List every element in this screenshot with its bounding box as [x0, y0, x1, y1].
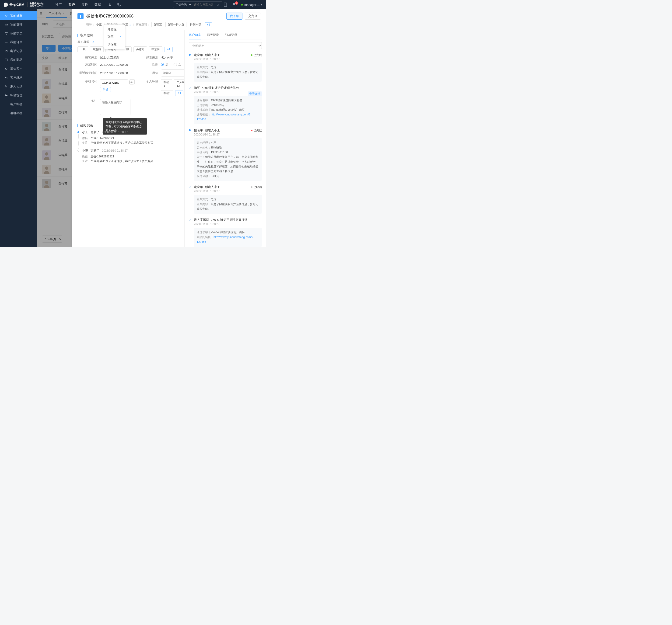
personal-tag-more[interactable]: +4 — [175, 90, 184, 96]
sidebar-item-groups[interactable]: ▭我的群聊 — [0, 20, 37, 29]
gender-label: 性别 — [138, 62, 158, 67]
group-chip[interactable]: 群聊一群大群 — [165, 22, 187, 27]
customer-tag[interactable]: 高意向 — [134, 46, 147, 52]
sidebar-item-friends[interactable]: ☺我的好友 — [0, 11, 37, 20]
section-info-title: 客户信息 — [80, 33, 93, 38]
add-time-value: 2021/09/10 12:00:00 — [100, 63, 128, 67]
customer-avatar-icon: ▮ — [77, 13, 83, 19]
topnav-data[interactable]: 数据 — [95, 3, 101, 7]
edit-tags-icon[interactable] — [92, 40, 95, 44]
sidebar-item-lost[interactable]: ↻流失客户 — [0, 65, 37, 73]
wechat-input[interactable] — [161, 70, 184, 76]
status-badge: 已完成 — [251, 53, 262, 57]
sidebar-item-students[interactable]: ▽我的学员 — [0, 29, 37, 38]
products-icon: ☐ — [5, 58, 8, 62]
last-chat-label: 最近聊天时间 — [77, 71, 97, 75]
sidebar-sub-group-tags[interactable]: 群聊标签 — [0, 109, 37, 118]
group-chip[interactable]: 群聊六群 — [188, 22, 203, 27]
mgr-dropdown-toggle[interactable]: ▴ — [129, 23, 131, 26]
topbar: 云朵CRM 教育机构一站式服务云平台 推广 客户 质检 数据 手机号码 ⌕ 5 … — [0, 0, 266, 9]
wechat-label: 微信 — [138, 71, 158, 75]
groups-icon: ▭ — [5, 23, 8, 26]
search-type-select[interactable]: 手机号码 — [173, 1, 192, 8]
logo-subtitle: 教育机构一站式服务云平台 — [27, 2, 44, 7]
personal-tag[interactable]: 标签1 — [161, 90, 173, 96]
phone-label: 手机号码 — [77, 79, 97, 83]
sidebar-item-tags[interactable]: ✁标签管理˄ — [0, 91, 37, 100]
customer-tags-label: 客户标签 — [77, 40, 90, 44]
search-icon[interactable]: ⌕ — [217, 3, 219, 6]
logo: 云朵CRM 教育机构一站式服务云平台 — [4, 2, 44, 7]
remark-textarea[interactable] — [100, 99, 130, 115]
check-icon: ✓ — [119, 35, 122, 39]
top-nav: 推广 客户 质检 数据 — [55, 3, 101, 7]
cloud-icon — [4, 3, 8, 7]
sidebar-item-inherit[interactable]: ⇆客户继承 — [0, 73, 37, 82]
meta-nick-label: 昵称： — [86, 23, 95, 27]
tab-order-log[interactable]: 订单记录 — [225, 33, 237, 39]
notification-badge: 5 — [235, 1, 238, 5]
source-value: 线上-北京昱新 — [100, 55, 119, 60]
sidebar-item-calls[interactable]: ✆电话记录 — [0, 47, 37, 55]
tab-chat-log[interactable]: 聊天记录 — [207, 33, 219, 39]
meta-nick: 小王 — [96, 23, 102, 27]
gender-male-radio[interactable]: 男 — [161, 62, 168, 67]
timeline-item: 查看详情购买4399理财课进阶课程大礼包2021/01/30 01:38:27课… — [189, 86, 262, 124]
customer-detail-panel: ▮ 微信名称6789990000966 代下单 交定金 昵称： 小王 | 客户经… — [72, 9, 266, 247]
scan-icon[interactable]: ▦ — [129, 81, 133, 84]
bell-icon[interactable]: 5 — [232, 3, 236, 6]
panel-title: 微信名称6789990000966 — [86, 13, 134, 19]
phone-tag[interactable]: 手机 — [100, 87, 111, 92]
sidebar-item-products[interactable]: ☐我的商品 — [0, 55, 37, 65]
friend-src-label: 好友来源 — [138, 55, 158, 60]
lost-icon: ↻ — [5, 67, 8, 71]
customer-tag-more[interactable]: +4 — [164, 47, 173, 52]
customer-tag[interactable]: 一般 — [77, 46, 88, 52]
mobile-icon[interactable] — [224, 3, 227, 7]
dropdown-option[interactable]: 师馨薇 — [104, 26, 125, 33]
personal-tag[interactable]: 标签1 — [161, 79, 172, 89]
friends-icon: ☺ — [5, 14, 8, 18]
phone-icon[interactable] — [117, 3, 121, 6]
deposit-button[interactable]: 交定金 — [245, 12, 261, 20]
online-status-dot — [241, 4, 243, 6]
group-chip-more[interactable]: +4 — [205, 22, 212, 27]
user-menu[interactable]: manager11 ▾ — [241, 3, 262, 6]
personal-tags-label: 个人标签 — [138, 79, 158, 83]
topnav-customer[interactable]: 客户 — [68, 3, 75, 7]
user-icon[interactable] — [108, 3, 112, 6]
inherit-icon: ⇆ — [5, 76, 8, 79]
gender-female-radio[interactable]: 女 — [174, 62, 181, 67]
timeline-item: 进入直播间759-59班第三期理财直播课2021/01/30 01:38:27通… — [189, 218, 262, 247]
students-icon: ▽ — [5, 31, 8, 35]
view-detail-button[interactable]: 查看详情 — [248, 92, 262, 96]
sidebar-sub-customer-tags[interactable]: 客户标签 — [0, 100, 37, 109]
proxy-order-button[interactable]: 代下单 — [226, 12, 242, 20]
sidebar: ☺我的好友 ▭我的群聊 ▽我的学员 ☰我的订单 ✆电话记录 ☐我的商品 ↻流失客… — [0, 9, 37, 247]
section-history-title: 修改记录 — [80, 124, 93, 128]
friend-src-value: 名片分享 — [161, 55, 173, 60]
tab-customer-activity[interactable]: 客户动态 — [189, 33, 201, 40]
manager-dropdown: 师馨薇 张三✓ 俱保咏 — [104, 24, 125, 49]
topnav-promo[interactable]: 推广 — [55, 3, 62, 7]
status-badge: 已取消 — [251, 185, 262, 189]
chevron-down-icon: ▾ — [261, 3, 262, 6]
personal-tag[interactable]: 个人标签12 — [174, 79, 184, 89]
orders-icon: ☰ — [5, 40, 8, 44]
customer-tag[interactable]: 高意向 — [90, 46, 103, 52]
source-label: 获客来源 — [77, 55, 97, 60]
calls-icon: ✆ — [5, 49, 8, 53]
dropdown-option[interactable]: 俱保咏 — [104, 41, 125, 48]
sidebar-item-delete-log[interactable]: ✎删人记录 — [0, 82, 37, 91]
topnav-qc[interactable]: 质检 — [81, 3, 88, 7]
phone-input[interactable] — [100, 79, 128, 86]
dropdown-option[interactable]: 张三✓ — [104, 33, 125, 41]
add-time-label: 添加时间 — [77, 62, 97, 67]
timeline-item: 定金单创建人小王已完成2020/01/30 01:38:27跟单方式：电话跟单内… — [189, 53, 262, 82]
top-search: 手机号码 ⌕ — [173, 1, 219, 8]
activity-filter-select[interactable]: 全部动态 — [189, 42, 262, 49]
meta-group-label: 所在群聊： — [136, 23, 150, 27]
group-chip[interactable]: 群聊三 — [151, 22, 164, 27]
sidebar-item-orders[interactable]: ☰我的订单 — [0, 38, 37, 47]
customer-tag[interactable]: 中意向 — [149, 46, 162, 52]
